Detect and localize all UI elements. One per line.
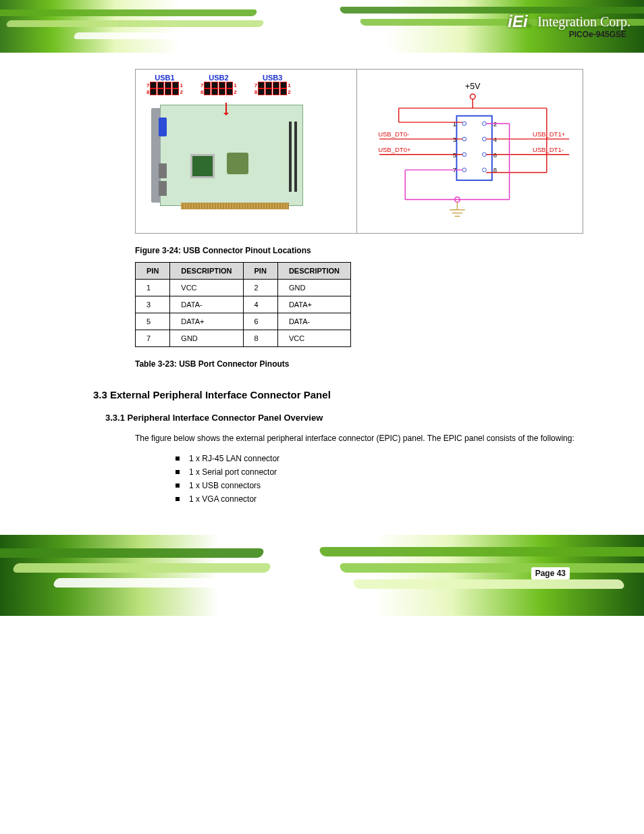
svg-point-10: [462, 153, 466, 157]
pin-num: 1: [234, 82, 236, 88]
sig-dt1-minus: USB_DT1-: [532, 146, 563, 153]
col-header: DESCRIPTION: [277, 263, 350, 280]
brand-logo-area: iEi. Integration Corp.: [508, 12, 630, 31]
col-header: DESCRIPTION: [170, 263, 243, 280]
header-banner: iEi. Integration Corp. PICOe-945GSE: [0, 0, 644, 53]
intro-paragraph: The figure below shows the external peri…: [135, 432, 583, 444]
svg-point-20: [482, 168, 486, 172]
svg-point-14: [482, 122, 486, 126]
pin-num: 1: [288, 82, 290, 88]
svg-point-8: [462, 137, 466, 141]
pin-num: 1: [180, 82, 182, 88]
decor-streak: [5, 20, 265, 27]
pin-num: 2: [234, 89, 236, 95]
decor-streak: [0, 548, 265, 558]
list-item: 1 x USB connectors: [176, 481, 583, 490]
table-row: 3DATA-4DATA+: [136, 296, 351, 313]
pcb-board-illustration: [160, 105, 303, 206]
decor-streak: [0, 9, 258, 16]
list-item: 1 x RJ-45 LAN connector: [176, 454, 583, 463]
svg-point-12: [462, 168, 466, 172]
usb1-label: USB1: [155, 74, 174, 82]
usb1-connector: USB1 7 1 8 2: [146, 74, 183, 95]
col-header: PIN: [243, 263, 277, 280]
pinout-table: PIN DESCRIPTION PIN DESCRIPTION 1VCC2GND…: [135, 262, 351, 347]
usb2-label: USB2: [209, 74, 228, 82]
pin-num: 2: [180, 89, 182, 95]
table-caption: Table 3-23: USB Port Connector Pinouts: [135, 359, 583, 369]
pin-num: 7: [146, 82, 149, 88]
section-heading: 3.3 External Peripheral Interface Connec…: [93, 389, 583, 400]
table-row: 5DATA+6DATA-: [136, 313, 351, 330]
usb-header-labels: USB1 7 1 8 2 USB2 7: [146, 74, 352, 95]
sig-dt1-plus: USB_DT1+: [532, 130, 565, 138]
figure-right-cell: +5V 1 3 5 7 2 4 6 8: [363, 70, 583, 233]
footer-banner: Page 43: [0, 535, 644, 616]
pin-num: 8: [200, 89, 203, 95]
sig-dt0-plus: USB_DT0+: [378, 146, 411, 153]
brand-suffix: Integration Corp.: [537, 14, 630, 30]
pin-num: 7: [254, 82, 257, 88]
list-item: 1 x Serial port connector: [176, 467, 583, 477]
decor-streak: [352, 579, 626, 589]
subsection-heading: 3.3.1 Peripheral Interface Connector Pan…: [105, 413, 583, 423]
pin-num: 8: [254, 89, 257, 95]
svg-point-0: [470, 94, 475, 99]
usb3-label: USB3: [263, 74, 282, 82]
decor-streak: [12, 563, 272, 573]
sig-dt0-minus: USB_DT0-: [378, 130, 409, 138]
decor-streak: [73, 32, 251, 39]
brand-logo-text: iEi.: [508, 12, 532, 31]
col-header: PIN: [136, 263, 170, 280]
decor-streak: [339, 563, 644, 573]
vcc-label: +5V: [465, 82, 481, 91]
product-line: PICOe-945GSE: [569, 30, 626, 39]
list-item: 1 x VGA connector: [176, 494, 583, 504]
pointer-arrow-icon: [225, 103, 227, 115]
usb2-connector: USB2 7 1 8 2: [200, 74, 237, 95]
svg-text:1: 1: [452, 120, 456, 128]
usb3-connector: USB3 7 1 8 2: [254, 74, 291, 95]
table-header-row: PIN DESCRIPTION PIN DESCRIPTION: [136, 263, 351, 280]
figure-caption: Figure 3-24: USB Connector Pinout Locati…: [135, 246, 583, 255]
decor-streak: [53, 578, 272, 588]
page-number: Page 43: [531, 567, 570, 579]
svg-point-18: [482, 153, 486, 157]
bullet-list: 1 x RJ-45 LAN connector 1 x Serial port …: [176, 454, 583, 504]
figure-left-cell: USB1 7 1 8 2 USB2 7: [136, 70, 357, 233]
svg-point-6: [462, 122, 466, 126]
table-row: 1VCC2GND: [136, 280, 351, 296]
figure-row: USB1 7 1 8 2 USB2 7: [135, 69, 583, 234]
pin-num: 8: [146, 89, 149, 95]
svg-point-16: [482, 137, 486, 141]
svg-rect-5: [456, 116, 491, 180]
pin-num: 7: [200, 82, 203, 88]
pinout-schematic: +5V 1 3 5 7 2 4 6 8: [367, 74, 579, 229]
decor-streak: [319, 547, 644, 556]
table-row: 7GND8VCC: [136, 330, 351, 347]
pin-num: 2: [288, 89, 290, 95]
